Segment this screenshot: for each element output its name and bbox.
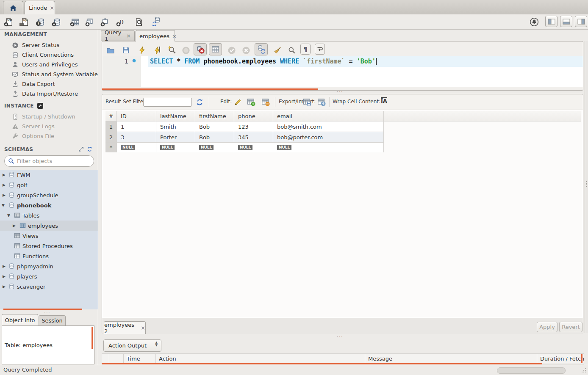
tree-item-groupschedule[interactable]: ▶ groupSchedule <box>0 190 98 200</box>
grid-header-phone[interactable]: phone <box>234 111 273 121</box>
chevron-right-icon[interactable]: ▶ <box>13 223 16 228</box>
cell-null[interactable]: NULL <box>195 143 234 152</box>
toggle-wrap-button[interactable] <box>315 44 325 55</box>
chevron-right-icon[interactable]: ▶ <box>3 193 6 197</box>
refresh-results-icon[interactable] <box>196 99 203 106</box>
output-header-message[interactable]: Message <box>365 354 537 363</box>
close-icon[interactable]: × <box>172 33 177 39</box>
result-filter-input[interactable] <box>143 98 192 107</box>
chevron-down-icon[interactable]: ▼ <box>2 203 5 207</box>
find-button[interactable] <box>286 44 298 56</box>
cell-email[interactable]: bob@porter.com <box>273 132 384 143</box>
commit-button[interactable] <box>226 44 238 56</box>
sidebar-item-options-file[interactable]: Options File <box>0 131 98 141</box>
chevron-right-icon[interactable]: ▶ <box>3 183 6 187</box>
revert-button[interactable]: Revert <box>559 322 582 332</box>
create-table-button[interactable] <box>69 16 81 28</box>
cell-null[interactable]: NULL <box>117 143 156 152</box>
rollback-button[interactable] <box>240 44 252 56</box>
create-view-button[interactable] <box>85 16 97 28</box>
cell-firstname[interactable]: Bob <box>195 132 234 143</box>
grid-header-lastname[interactable]: lastName <box>156 111 195 121</box>
tree-item-phpmyadmin[interactable]: ▶ phpmyadmin <box>0 261 98 271</box>
new-query-tab-button[interactable]: SQL <box>3 16 15 28</box>
result-output-splitter[interactable]: ··· <box>337 334 344 339</box>
output-header-duration[interactable]: Duration / Fetch <box>537 354 584 363</box>
grid-header-email[interactable]: email <box>273 111 384 121</box>
cell-null[interactable]: NULL <box>156 143 195 152</box>
chevron-right-icon[interactable]: ▶ <box>3 264 6 268</box>
create-procedure-button[interactable] <box>100 16 112 28</box>
inspect-database-button[interactable]: i <box>35 16 47 28</box>
tree-item-tables[interactable]: ▼ Tables <box>0 210 98 221</box>
cell-email[interactable]: bob@smith.com <box>273 121 384 132</box>
close-icon[interactable]: × <box>141 325 145 331</box>
sidebar-item-users-privileges[interactable]: Users and Privileges <box>0 60 98 69</box>
toggle-invisibles-button[interactable]: ¶ <box>300 44 311 55</box>
chevron-right-icon[interactable]: ▶ <box>3 274 6 278</box>
grid-header-firstname[interactable]: firstName <box>195 111 234 121</box>
save-script-button[interactable] <box>120 44 132 56</box>
object-info-vscrollbar[interactable] <box>92 327 93 349</box>
row-number[interactable]: 2 <box>105 132 117 143</box>
beautify-button[interactable] <box>272 44 283 56</box>
connection-tab-linode[interactable]: Linode × <box>25 1 55 14</box>
tree-item-fwm[interactable]: ▶ FWM <box>0 170 98 180</box>
editor-hscrollbar[interactable] <box>102 88 318 90</box>
explain-button[interactable] <box>166 44 178 56</box>
output-header-time[interactable]: Time <box>124 354 156 363</box>
tree-item-golf[interactable]: ▶ golf <box>0 180 98 190</box>
cell-null[interactable]: NULL <box>273 143 384 152</box>
sidebar-item-startup-shutdown[interactable]: Startup / Shutdown <box>0 112 98 121</box>
sidebar-item-client-connections[interactable]: Client Connections <box>0 50 98 60</box>
toggle-bottom-panel-button[interactable] <box>560 16 572 27</box>
chevron-right-icon[interactable]: ▶ <box>3 284 6 289</box>
output-selector[interactable]: Action Output ▲ ▼ <box>103 339 161 352</box>
cell-lastname[interactable]: Porter <box>156 132 195 143</box>
row-number[interactable]: * <box>105 143 117 152</box>
output-hscrollbar[interactable] <box>102 363 542 364</box>
tab-employees-2[interactable]: employees 2 × <box>104 321 146 334</box>
open-sql-script-button[interactable]: SQL <box>19 16 31 28</box>
bottom-scrollbar-thumb[interactable] <box>497 367 566 374</box>
refresh-schemas-icon[interactable] <box>87 146 92 152</box>
create-schema-button[interactable] <box>51 16 63 28</box>
import-records-button[interactable] <box>317 98 325 105</box>
tab-employees-query[interactable]: employees × <box>136 30 175 41</box>
tree-item-views[interactable]: Views <box>0 231 98 241</box>
expand-schemas-icon[interactable] <box>78 146 84 152</box>
cell-lastname[interactable]: Smith <box>156 121 195 132</box>
grid-header-id[interactable]: ID <box>117 111 156 121</box>
execute-button[interactable] <box>136 44 148 56</box>
tree-item-employees[interactable]: ▶ employees <box>0 221 98 231</box>
home-tab[interactable] <box>3 1 23 14</box>
right-panel-splitter[interactable] <box>585 41 588 333</box>
limit-rows-button[interactable] <box>209 43 222 55</box>
cell-firstname[interactable]: Bob <box>195 121 234 132</box>
delete-row-button[interactable] <box>261 98 269 105</box>
toggle-right-panel-button[interactable] <box>575 16 587 27</box>
sidebar-splitter-handle[interactable]: ··· <box>44 310 51 314</box>
edit-record-icon[interactable] <box>234 98 242 106</box>
tab-object-info[interactable]: Object Info <box>2 314 38 325</box>
cell-phone[interactable]: 345 <box>234 132 273 143</box>
sidebar-hscrollbar[interactable] <box>3 309 82 310</box>
sidebar-item-server-status[interactable]: Server Status <box>0 40 98 50</box>
sidebar-item-data-export[interactable]: Data Export <box>0 79 98 89</box>
insert-row-button[interactable] <box>247 98 255 105</box>
row-number[interactable]: 1 <box>105 121 117 132</box>
chevron-right-icon[interactable]: ▶ <box>3 173 6 177</box>
toggle-stop-on-error-button[interactable] <box>194 43 207 55</box>
notifications-button[interactable] <box>528 16 540 28</box>
stop-button[interactable] <box>180 44 192 56</box>
cell-phone[interactable]: 123 <box>234 121 273 132</box>
cell-null[interactable]: NULL <box>234 143 273 152</box>
tab-query-1[interactable]: Query 1 × <box>101 30 135 41</box>
tree-item-scavenger[interactable]: ▶ scavenger <box>0 281 98 292</box>
tree-item-players[interactable]: ▶ players <box>0 271 98 281</box>
search-table-data-button[interactable] <box>133 16 145 28</box>
tree-item-functions[interactable]: Functions <box>0 251 98 261</box>
open-script-button[interactable] <box>105 44 116 56</box>
cell-id[interactable]: 3 <box>117 132 156 143</box>
tab-session[interactable]: Session <box>39 315 66 325</box>
